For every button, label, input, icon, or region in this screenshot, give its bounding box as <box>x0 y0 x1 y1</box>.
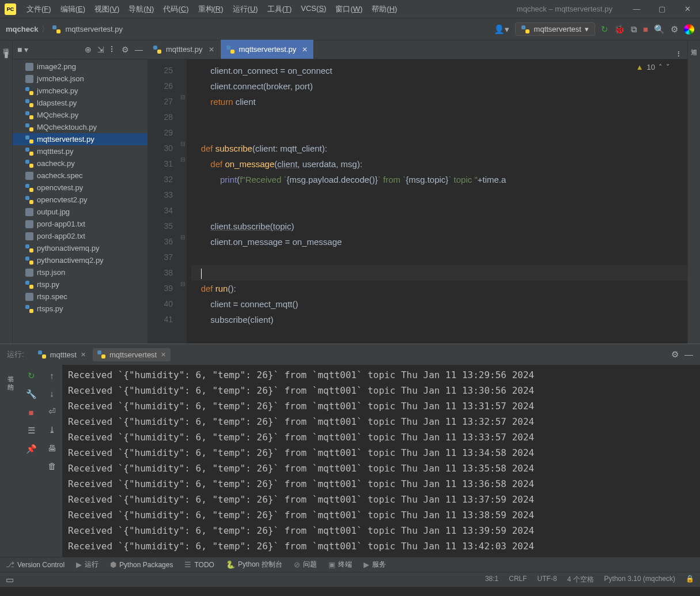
menu-item[interactable]: 窗口(W) <box>332 3 366 16</box>
file-tree-item[interactable]: MQchecktouch.py <box>13 121 147 133</box>
run-tab[interactable]: mqttservertest✕ <box>93 348 171 361</box>
coverage-button[interactable]: ⧉ <box>631 24 637 35</box>
fold-gutter[interactable]: ⊟⊟⊟⊟⊟ <box>179 59 187 344</box>
file-tree-item[interactable]: pord-app01.txt <box>13 218 147 230</box>
file-tree-item[interactable]: pord-app02.txt <box>13 230 147 242</box>
trash-icon[interactable]: 🗑 <box>48 461 56 471</box>
menu-item[interactable]: 文件(F) <box>23 3 55 16</box>
console-output[interactable]: Received `{"humidity": 6, "temp": 26}` f… <box>62 365 700 557</box>
line-gutter[interactable]: 2526272829303132333435363738394041 <box>147 59 179 344</box>
file-name: output.jpg <box>37 208 70 216</box>
more-tabs-icon[interactable]: ⠇ <box>677 50 687 59</box>
nav-down-icon[interactable]: ˅ <box>666 63 670 71</box>
close-run-tab-icon[interactable]: ✕ <box>161 351 166 359</box>
hide-panel-icon[interactable]: — <box>135 45 143 54</box>
file-tree-item[interactable]: MQcheck.py <box>13 109 147 121</box>
user-icon[interactable]: 👤▾ <box>494 24 509 35</box>
file-tree-item[interactable]: rtsps.py <box>13 303 147 315</box>
caret-position[interactable]: 38:1 <box>485 575 498 584</box>
bottom-tab[interactable]: ▣终端 <box>328 560 352 569</box>
bottom-tab[interactable]: ▶运行 <box>76 560 99 569</box>
bottom-tab[interactable]: ☰TODO <box>184 560 214 569</box>
interpreter[interactable]: Python 3.10 (mqcheck) <box>604 575 675 584</box>
file-tree-item[interactable]: jvmcheck.json <box>13 73 147 85</box>
file-tree[interactable]: image2.pngjvmcheck.jsonjvmcheck.pyldapst… <box>13 59 147 344</box>
down-arrow-icon[interactable]: ↓ <box>50 388 54 398</box>
breadcrumb-project[interactable]: mqcheck <box>6 25 38 33</box>
file-tree-item[interactable]: image2.png <box>13 61 147 73</box>
indent-setting[interactable]: 4 个空格 <box>567 575 594 584</box>
menu-item[interactable]: 运行(U) <box>229 3 262 16</box>
file-tree-item[interactable]: rtsp.spec <box>13 291 147 303</box>
menu-item[interactable]: 视图(V) <box>91 3 123 16</box>
inspection-badge[interactable]: ▲ 10 ˄ ˅ <box>636 63 670 71</box>
file-tree-item[interactable]: pythonactivemq.py <box>13 242 147 254</box>
bottom-tab[interactable]: 🐍Python 控制台 <box>226 560 282 569</box>
settings-button[interactable]: ⚙ <box>671 24 678 35</box>
scroll-end-icon[interactable]: ⤓ <box>48 425 56 435</box>
bottom-tab[interactable]: ⬢Python Packages <box>110 560 173 569</box>
softwrap-icon[interactable]: ⏎ <box>48 406 56 417</box>
close-run-tab-icon[interactable]: ✕ <box>81 351 86 359</box>
expand-icon[interactable]: ⇲ <box>97 45 104 54</box>
run-button[interactable]: ↻ <box>601 24 608 35</box>
print-icon[interactable]: 🖶 <box>48 443 56 453</box>
debug-button[interactable]: 🐞 <box>614 24 625 35</box>
code-with-me-icon[interactable] <box>684 24 694 35</box>
breadcrumb[interactable]: mqcheck 〉 mqttservertest.py <box>6 24 123 35</box>
menu-item[interactable]: VCS(S) <box>297 3 330 16</box>
stop-button[interactable]: ■ <box>643 24 648 34</box>
menu-item[interactable]: 代码(C) <box>160 3 192 16</box>
project-folder-icon[interactable]: ▮ <box>4 50 9 59</box>
nav-up-icon[interactable]: ˄ <box>659 63 663 71</box>
menu-item[interactable]: 编辑(E) <box>57 3 89 16</box>
file-tree-item[interactable]: ldapstest.py <box>13 97 147 109</box>
statusbar-menu-icon[interactable]: ▭ <box>6 575 14 585</box>
hide-run-icon[interactable]: — <box>684 349 693 360</box>
editor-tab[interactable]: mqtttest.py✕ <box>147 40 221 59</box>
run-settings-icon[interactable]: ⚙ <box>671 349 679 360</box>
file-tree-item[interactable]: pythonactivemq2.py <box>13 254 147 266</box>
run-tab[interactable]: mqtttest✕ <box>33 348 90 361</box>
file-tree-item[interactable]: jvmcheck.py <box>13 85 147 97</box>
file-encoding[interactable]: UTF-8 <box>538 575 557 584</box>
file-tree-item[interactable]: rtsp.json <box>13 266 147 278</box>
maximize-button[interactable]: ▢ <box>654 5 670 13</box>
menu-item[interactable]: 导航(N) <box>125 3 157 16</box>
line-separator[interactable]: CRLF <box>509 575 527 584</box>
file-tree-item[interactable]: oacheck.py <box>13 157 147 169</box>
file-tree-item[interactable]: rtsp.py <box>13 278 147 291</box>
pin-icon[interactable]: 📌 <box>26 444 37 454</box>
menu-item[interactable]: 重构(R) <box>195 3 227 16</box>
bottom-tab[interactable]: ⊘问题 <box>294 560 317 569</box>
file-tree-item[interactable]: mqtttest.py <box>13 145 147 157</box>
file-tree-item[interactable]: opencvtest.py <box>13 182 147 194</box>
menu-item[interactable]: 帮助(H) <box>368 3 400 16</box>
gear-icon[interactable]: ⚙ <box>122 45 129 54</box>
wrench-icon[interactable]: 🔧 <box>26 389 37 399</box>
rerun-icon[interactable]: ↻ <box>28 371 35 381</box>
editor-tab[interactable]: mqttservertest.py✕ <box>221 40 315 59</box>
file-tree-item[interactable]: opencvtest2.py <box>13 194 147 206</box>
up-arrow-icon[interactable]: ↑ <box>50 371 54 380</box>
breadcrumb-file[interactable]: mqttservertest.py <box>65 25 123 33</box>
minimize-button[interactable]: — <box>629 5 645 13</box>
code-editor[interactable]: client.on_connect = on_connect client.co… <box>187 59 687 344</box>
menu-item[interactable]: 工具(T) <box>264 3 296 16</box>
project-dropdown[interactable]: ■ ▾ <box>17 45 28 54</box>
target-icon[interactable]: ⊕ <box>85 45 92 54</box>
run-configuration-selector[interactable]: mqttservertest ▾ <box>515 22 595 36</box>
bottom-tab[interactable]: ⎇Version Control <box>6 560 65 569</box>
bottom-tab[interactable]: ▶服务 <box>364 560 386 569</box>
search-button[interactable]: 🔍 <box>654 24 665 35</box>
close-tab-icon[interactable]: ✕ <box>209 46 214 54</box>
layout-icon[interactable]: ☰ <box>28 425 35 436</box>
close-button[interactable]: ✕ <box>679 5 695 13</box>
options-icon[interactable]: ⠇ <box>110 45 116 54</box>
stop-run-icon[interactable]: ■ <box>28 408 33 417</box>
close-tab-icon[interactable]: ✕ <box>302 46 308 54</box>
lock-icon[interactable]: 🔒 <box>686 575 694 584</box>
file-tree-item[interactable]: mqttservertest.py <box>13 133 147 145</box>
file-tree-item[interactable]: oacheck.spec <box>13 169 147 182</box>
file-tree-item[interactable]: output.jpg <box>13 206 147 218</box>
